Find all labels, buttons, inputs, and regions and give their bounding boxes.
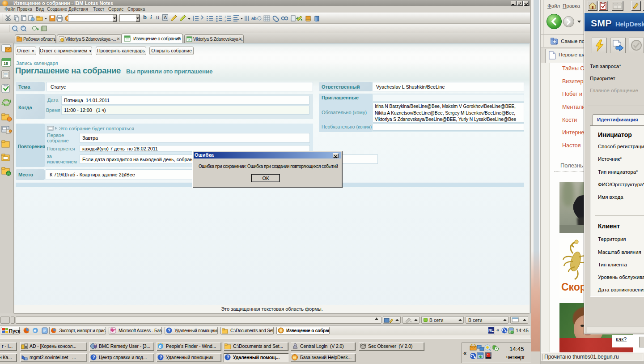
svg-text:1: 1 <box>225 15 226 18</box>
svg-text:?: ? <box>227 355 229 360</box>
svg-text:e: e <box>159 343 161 349</box>
svg-text:2: 2 <box>225 19 226 22</box>
svg-text:ab: ab <box>251 16 257 21</box>
svg-text:?: ? <box>160 355 162 360</box>
svg-text:?: ? <box>93 355 95 360</box>
svg-text:18: 18 <box>4 61 8 66</box>
svg-text:e: e <box>34 328 36 333</box>
svg-text:iii: iii <box>293 355 296 360</box>
svg-text:?: ? <box>168 328 170 333</box>
